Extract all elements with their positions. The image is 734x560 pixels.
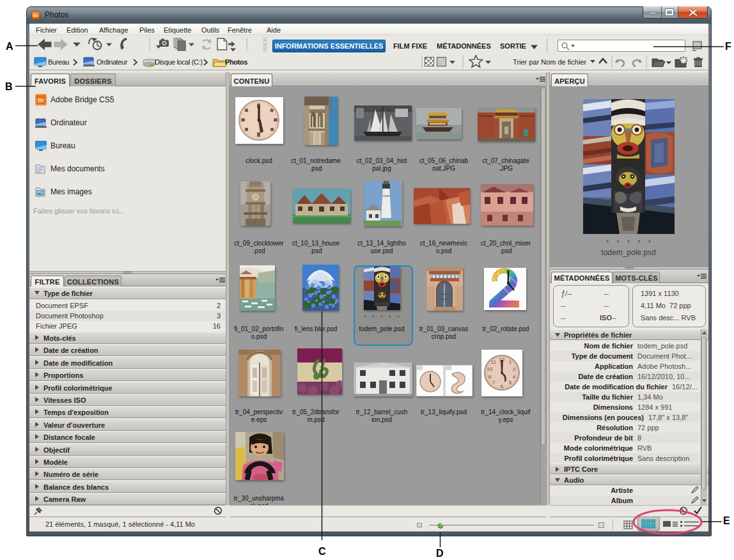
svg-text:Br: Br bbox=[38, 97, 44, 104]
